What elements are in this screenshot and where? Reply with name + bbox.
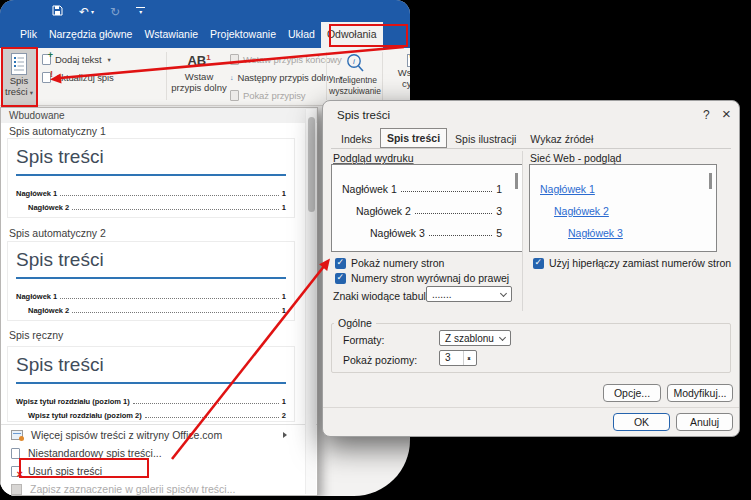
card-title: Spis treści xyxy=(16,146,286,167)
title-bar xyxy=(0,0,410,22)
formats-label: Formaty: xyxy=(343,334,384,346)
dialog-title: Spis treści xyxy=(337,109,390,121)
checkbox-checked-icon xyxy=(335,273,346,284)
web-preview-box[interactable]: Nagłówek 1 Nagłówek 2 Nagłówek 3 xyxy=(529,164,717,252)
general-group-label: Ogólne xyxy=(334,317,376,329)
web-preview-label: Sieć Web - podgląd xyxy=(530,152,621,164)
office-gallery-icon xyxy=(11,430,23,440)
ribbon: Spis treści Dodaj tekst Aktualizuj spis … xyxy=(0,48,410,106)
menu-more-tocs-office[interactable]: Więcej spisów treści z witryny Office.co… xyxy=(1,426,301,444)
preview-scrollbar-thumb[interactable] xyxy=(709,173,712,189)
quick-access-toolbar xyxy=(52,0,145,22)
insert-footnote-button[interactable]: AB1 Wstaw przypis dolny xyxy=(170,49,228,105)
preview-scrollbar-thumb[interactable] xyxy=(515,173,518,189)
toc-style-card-auto1[interactable]: Spis treści Nagłówek 11 Nagłówek 21 Nagł… xyxy=(7,138,295,218)
update-toc-button[interactable]: Aktualizuj spis xyxy=(42,69,114,86)
checkbox-show-page-numbers[interactable]: Pokaż numery stron xyxy=(335,257,444,269)
ribbon-divider xyxy=(166,52,167,100)
show-notes-button: Pokaż przypisy xyxy=(230,87,305,104)
menu-save-selection: Zapisz zaznaczenie w galerii spisów treś… xyxy=(1,480,301,496)
help-button[interactable]: ? xyxy=(703,108,710,122)
insert-citation-icon xyxy=(407,54,410,67)
gallery-section-label: Spis automatyczny 2 xyxy=(9,227,106,239)
cancel-button[interactable]: Anuluj xyxy=(676,413,733,431)
insert-citation-button[interactable]: Wstaw cytat xyxy=(385,49,410,105)
checkbox-use-hyperlinks[interactable]: Użyj hiperłączy zamiast numerów stron xyxy=(533,257,731,269)
spinner-arrows-icon[interactable] xyxy=(463,351,476,365)
toc-style-card-auto2[interactable]: Spis treści Nagłówek 11 Nagłówek 21 Nagł… xyxy=(7,241,295,321)
ribbon-tab-bar: Plik Narzędzia główne Wstawianie Projekt… xyxy=(0,22,410,48)
smart-lookup-button[interactable]: i Inteligentne wyszukiwanie xyxy=(329,49,381,105)
show-notes-icon xyxy=(230,90,239,101)
tab-odwolania[interactable]: Odwołania xyxy=(321,22,383,48)
menu-remove-toc[interactable]: Usuń spis treści xyxy=(1,462,301,480)
menu-separator xyxy=(1,424,317,425)
save-icon[interactable] xyxy=(52,3,63,19)
tab-projektowanie[interactable]: Projektowanie xyxy=(204,22,282,48)
dialog-tab-wykaz-zrodel[interactable]: Wykaz źródeł xyxy=(524,130,599,148)
tab-narzedzia-glowne[interactable]: Narzędzia główne xyxy=(43,22,138,48)
toc-entry: Wpisz tytuł rozdziału (poziom 2)2 xyxy=(16,406,286,420)
chevron-down-icon xyxy=(499,334,506,341)
show-levels-spinner[interactable]: 3 xyxy=(439,350,477,366)
gallery-scrollbar-thumb[interactable] xyxy=(308,117,315,212)
svg-text:i: i xyxy=(353,57,355,66)
gallery-scrollbar[interactable] xyxy=(305,109,316,494)
gallery-header: Wbudowane xyxy=(1,108,317,123)
next-footnote-icon xyxy=(230,74,233,81)
tab-wstawianie[interactable]: Wstawianie xyxy=(138,22,204,48)
toc-entry: Nagłówek 21 xyxy=(16,301,286,315)
print-preview-label: Podgląd wydruku xyxy=(333,152,414,164)
formats-select[interactable]: Z szablonu xyxy=(439,330,511,346)
toc-button[interactable]: Spis treści xyxy=(2,49,36,105)
toc-entry: Wpisz tytuł rozdziału (poziom 3)3 xyxy=(16,420,286,422)
web-preview-link: Nagłówek 2 xyxy=(540,195,706,217)
toc-entry: Nagłówek 31 xyxy=(16,212,286,218)
toc-button-label2: treści xyxy=(5,87,33,98)
toc-entry: Wpisz tytuł rozdziału (poziom 1)1 xyxy=(16,392,286,406)
toc-gallery-dropdown: Wbudowane Spis automatyczny 1 Spis treśc… xyxy=(0,107,318,496)
submenu-arrow-icon xyxy=(283,432,287,438)
checkbox-checked-icon xyxy=(533,258,544,269)
card-title: Spis treści xyxy=(16,249,286,270)
update-toc-icon xyxy=(42,72,51,83)
smart-lookup-icon: i xyxy=(345,53,365,75)
customize-quick-access-icon[interactable] xyxy=(136,7,145,15)
print-preview-box[interactable]: Nagłówek 11 Nagłówek 23 Nagłówek 35 xyxy=(331,164,523,252)
close-button[interactable]: × xyxy=(722,105,731,122)
dialog-column-divider xyxy=(522,151,523,311)
save-gallery-icon xyxy=(11,484,22,495)
toc-style-card-manual[interactable]: Spis treści Wpisz tytuł rozdziału (pozio… xyxy=(7,346,295,422)
undo-icon[interactable] xyxy=(79,3,94,19)
web-preview-link: Nagłówek 1 xyxy=(540,173,706,195)
options-button[interactable]: Opcje... xyxy=(603,384,661,402)
toc-icon xyxy=(9,52,29,76)
preview-entry: Nagłówek 23 xyxy=(342,195,512,217)
tab-plik[interactable]: Plik xyxy=(14,22,43,48)
toc-entry: Nagłówek 21 xyxy=(16,198,286,212)
dialog-tab-strip: Indeks Spis treści Spis ilustracji Wykaz… xyxy=(335,128,601,148)
modify-button[interactable]: Modyfikuj... xyxy=(667,384,733,402)
menu-custom-toc[interactable]: Niestandardowy spis treści... xyxy=(1,444,301,462)
checkbox-right-align-numbers[interactable]: Numery stron wyrównaj do prawej xyxy=(335,272,509,284)
card-title-rule xyxy=(16,174,286,176)
toc-entry: Nagłówek 11 xyxy=(16,287,286,301)
toc-dialog: Spis treści ? × Indeks Spis treści Spis … xyxy=(322,100,740,437)
dialog-tab-indeks[interactable]: Indeks xyxy=(335,130,378,148)
custom-toc-icon xyxy=(11,448,20,459)
add-text-icon xyxy=(42,54,51,65)
gallery-section-label: Spis ręczny xyxy=(9,329,63,341)
dialog-tab-spis-tresci[interactable]: Spis treści xyxy=(380,128,447,148)
add-text-button[interactable]: Dodaj tekst xyxy=(42,51,111,68)
ok-button[interactable]: OK xyxy=(613,413,670,431)
toc-entry: Nagłówek 11 xyxy=(16,184,286,198)
tab-leader-select[interactable]: ....... xyxy=(426,286,512,302)
tab-uklad[interactable]: Układ xyxy=(282,22,321,48)
ribbon-divider xyxy=(382,52,383,100)
dialog-tabline xyxy=(331,148,731,149)
card-title-rule xyxy=(16,277,286,279)
preview-entry: Nagłówek 35 xyxy=(342,217,512,239)
footnote-ab-icon: AB1 xyxy=(187,53,210,69)
card-title: Spis treści xyxy=(16,354,286,375)
dialog-tab-spis-ilustracji[interactable]: Spis ilustracji xyxy=(449,130,522,148)
